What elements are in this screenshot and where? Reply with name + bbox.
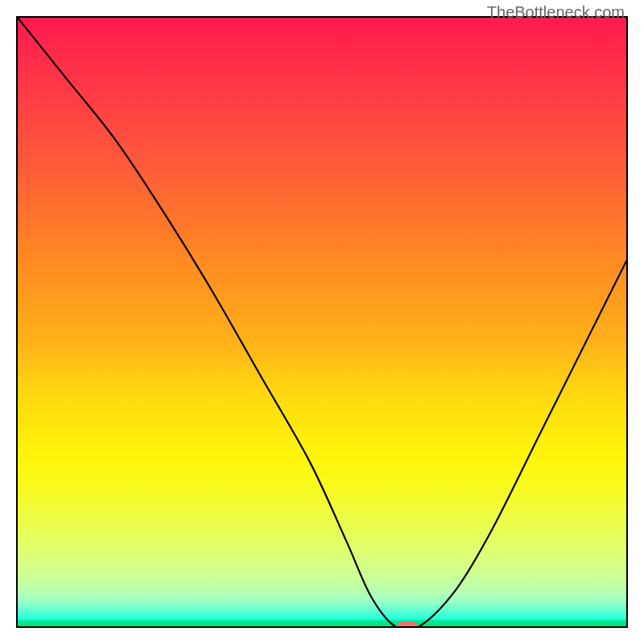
- watermark-text: TheBottleneck.com: [487, 3, 625, 22]
- optimum-marker: [397, 621, 418, 628]
- bottleneck-curve: [18, 18, 626, 626]
- chart-container: TheBottleneck.com: [0, 0, 644, 644]
- plot-area: [16, 16, 628, 628]
